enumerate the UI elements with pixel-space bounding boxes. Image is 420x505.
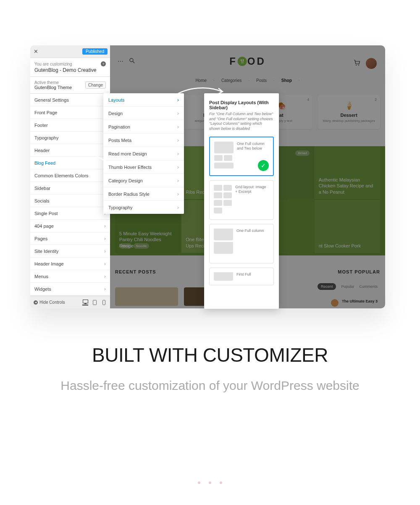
chevron-right-icon: › xyxy=(177,97,179,103)
tablet-preview-icon[interactable] xyxy=(92,300,97,305)
pagination-dots xyxy=(198,481,222,484)
active-theme-label: Active theme xyxy=(34,80,72,85)
chevron-right-icon: › xyxy=(177,178,179,183)
dot-icon[interactable] xyxy=(198,481,200,484)
publish-button[interactable]: Published xyxy=(82,48,108,55)
layout-option[interactable]: One Full column xyxy=(209,224,274,263)
blog-feed-submenu: Layouts›Design›Pagination›Posts Meta›Rea… xyxy=(103,93,184,214)
svg-rect-3 xyxy=(102,300,105,305)
menu-item-general-settings[interactable]: General Settings› xyxy=(30,94,110,106)
menu-item-common-elements-colors[interactable]: Common Elements Colors› xyxy=(30,169,110,182)
svg-rect-0 xyxy=(83,300,88,303)
customizing-label: You are customizing xyxy=(34,62,72,66)
customizer-sidebar: ✕ Published You are customizing ? GutenB… xyxy=(30,45,110,308)
hide-controls-button[interactable]: ◄ Hide Controls xyxy=(34,300,65,305)
svg-rect-1 xyxy=(84,303,87,304)
chevron-right-icon: › xyxy=(104,261,106,266)
layout-option-label: Grid layout: Image + Excerpt xyxy=(235,185,269,215)
layout-option-label: One Full column xyxy=(236,229,269,259)
close-icon[interactable]: ✕ xyxy=(33,49,39,55)
menu-item-header-image[interactable]: Header Image› xyxy=(30,258,110,270)
chevron-right-icon: › xyxy=(177,205,179,210)
chevron-right-icon: › xyxy=(104,223,106,229)
help-icon[interactable]: ? xyxy=(101,61,106,66)
layout-option[interactable]: Grid layout: Image + Excerpt xyxy=(209,180,274,220)
svg-rect-2 xyxy=(93,300,96,305)
menu-item-typography[interactable]: Typography› xyxy=(30,132,110,144)
mobile-preview-icon[interactable] xyxy=(101,300,107,305)
menu-item-site-identity[interactable]: Site Identity› xyxy=(30,245,110,258)
layout-option[interactable]: One Full column and Two below ✓ xyxy=(209,137,274,176)
submenu-item-pagination[interactable]: Pagination› xyxy=(103,120,184,134)
site-name: GutenBlog - Demo Creative xyxy=(34,67,106,73)
hero-subtitle: Hassle-free customization of your WordPr… xyxy=(0,377,420,395)
submenu-item-design[interactable]: Design› xyxy=(103,107,184,120)
menu-item-sidebar[interactable]: Sidebar› xyxy=(30,182,110,195)
collapse-icon: ◄ xyxy=(34,300,38,305)
chevron-right-icon: › xyxy=(177,164,179,170)
hero-title: BUILT WITH CUSTOMIZER xyxy=(0,344,420,366)
panel-description: For "One Full Column and Two below" and … xyxy=(209,112,274,132)
dot-icon[interactable] xyxy=(220,481,222,484)
chevron-right-icon: › xyxy=(177,137,179,143)
hide-controls-label: Hide Controls xyxy=(39,300,65,305)
menu-item-menus[interactable]: Menus› xyxy=(30,270,110,283)
chevron-right-icon: › xyxy=(177,151,179,156)
submenu-item-border-radius-style[interactable]: Border Radius Style› xyxy=(103,187,184,201)
menu-item-blog-feed[interactable]: Blog Feed› xyxy=(30,157,110,169)
menu-item-widgets[interactable]: Widgets› xyxy=(30,283,110,295)
layout-option-label: First Full xyxy=(236,272,269,281)
desktop-preview-icon[interactable] xyxy=(82,300,88,305)
change-theme-button[interactable]: Change xyxy=(85,82,106,89)
submenu-item-layouts[interactable]: Layouts› xyxy=(103,93,184,107)
chevron-right-icon: › xyxy=(177,110,179,116)
chevron-right-icon: › xyxy=(104,248,106,254)
submenu-item-thumb-hover-effects[interactable]: Thumb Hover Effects› xyxy=(103,160,184,174)
dot-icon[interactable] xyxy=(209,481,211,484)
submenu-item-typography[interactable]: Typography› xyxy=(103,201,184,214)
layouts-panel: Post Display Layouts (With Sidebar) For … xyxy=(204,93,279,309)
submenu-item-category-design[interactable]: Category Design› xyxy=(103,174,184,187)
menu-item-footer[interactable]: Footer› xyxy=(30,119,110,132)
chevron-right-icon: › xyxy=(104,236,106,241)
menu-item-404-page[interactable]: 404 page› xyxy=(30,220,110,232)
menu-item-single-post[interactable]: Single Post› xyxy=(30,207,110,220)
panel-title: Post Display Layouts (With Sidebar) xyxy=(209,100,274,110)
checkmark-icon: ✓ xyxy=(258,160,269,171)
chevron-right-icon: › xyxy=(177,191,179,197)
chevron-right-icon: › xyxy=(177,124,179,129)
submenu-item-posts-meta[interactable]: Posts Meta› xyxy=(103,134,184,147)
menu-item-header[interactable]: Header› xyxy=(30,144,110,157)
layout-option[interactable]: First Full xyxy=(209,268,274,285)
menu-item-pages[interactable]: Pages› xyxy=(30,232,110,245)
submenu-item-read-more-design[interactable]: Read more Design› xyxy=(103,147,184,160)
chevron-right-icon: › xyxy=(104,274,106,279)
chevron-right-icon: › xyxy=(104,286,106,292)
theme-name: GutenBlog Theme xyxy=(34,85,72,90)
menu-item-front-page[interactable]: Front Page› xyxy=(30,106,110,119)
menu-item-socials[interactable]: Socials› xyxy=(30,195,110,207)
